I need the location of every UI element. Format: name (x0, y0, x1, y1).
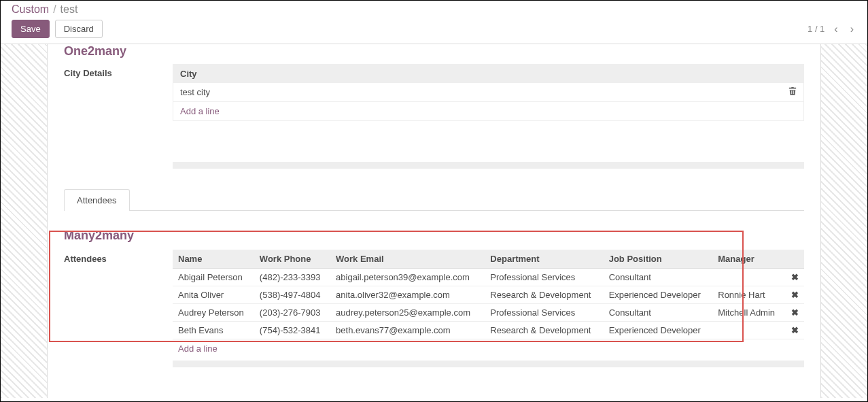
cell-dept: Professional Services (485, 269, 603, 286)
cell-job: Consultant (604, 269, 713, 286)
save-button[interactable]: Save (12, 20, 50, 38)
cell-mgr: Ronnie Hart (712, 286, 784, 304)
scrollbar[interactable] (173, 162, 804, 169)
cell-job: Experienced Developer (604, 286, 713, 304)
col-phone: Work Phone (254, 250, 330, 269)
cell-phone: (203)-276-7903 (254, 304, 330, 322)
cell-name: Beth Evans (173, 322, 254, 339)
table-row[interactable]: Abigail Peterson(482)-233-3393abigail.pe… (173, 269, 804, 286)
col-email: Work Email (330, 250, 485, 269)
close-icon[interactable]: ✖ (784, 322, 804, 339)
col-job: Job Position (604, 250, 713, 269)
cell-phone: (538)-497-4804 (254, 286, 330, 304)
table-row[interactable]: test city (173, 83, 803, 102)
close-icon[interactable]: ✖ (784, 269, 804, 286)
cell-dept: Research & Development (485, 286, 603, 304)
table-row[interactable]: Audrey Peterson(203)-276-7903audrey.pete… (173, 304, 804, 322)
discard-button[interactable]: Discard (55, 20, 103, 38)
city-column-header: City (173, 65, 803, 83)
col-name: Name (173, 250, 254, 269)
cell-phone: (482)-233-3393 (254, 269, 330, 286)
scrollbar[interactable] (173, 361, 804, 367)
cell-job: Consultant (604, 304, 713, 322)
cell-dept: Research & Development (485, 322, 603, 339)
breadcrumb: Custom / test (12, 3, 856, 16)
cell-email: abigail.peterson39@example.com (330, 269, 485, 286)
pager-text: 1 / 1 (808, 24, 824, 34)
close-icon[interactable]: ✖ (784, 304, 804, 322)
cell-dept: Professional Services (485, 304, 603, 322)
breadcrumb-current: test (60, 3, 78, 16)
city-details-label: City Details (64, 64, 173, 169)
breadcrumb-sep: / (53, 3, 56, 16)
add-line-link[interactable]: Add a line (173, 339, 804, 358)
cell-email: beth.evans77@example.com (330, 322, 485, 339)
cell-mgr: Mitchell Admin (712, 304, 784, 322)
col-mgr: Manager (712, 250, 784, 269)
attendees-label: Attendees (64, 250, 173, 367)
stripe-left (1, 44, 47, 398)
city-cell: test city (180, 87, 788, 97)
breadcrumb-module[interactable]: Custom (12, 3, 49, 16)
one2many-title: One2many (64, 44, 804, 58)
close-icon[interactable]: ✖ (784, 286, 804, 304)
add-line-link[interactable]: Add a line (173, 102, 803, 120)
cell-phone: (754)-532-3841 (254, 322, 330, 339)
col-dept: Department (485, 250, 603, 269)
cell-name: Anita Oliver (173, 286, 254, 304)
cell-name: Abigail Peterson (173, 269, 254, 286)
cell-email: anita.oliver32@example.com (330, 286, 485, 304)
many2many-title: Many2many (64, 229, 804, 243)
cell-mgr (712, 269, 784, 286)
pager-prev-icon[interactable]: ‹ (831, 23, 840, 35)
trash-icon[interactable] (788, 86, 797, 98)
pager-next-icon[interactable]: › (848, 23, 856, 35)
tab-attendees[interactable]: Attendees (64, 189, 130, 211)
cell-email: audrey.peterson25@example.com (330, 304, 485, 322)
cell-job: Experienced Developer (604, 322, 713, 339)
cell-name: Audrey Peterson (173, 304, 254, 322)
table-row[interactable]: Anita Oliver(538)-497-4804anita.oliver32… (173, 286, 804, 304)
table-row[interactable]: Beth Evans(754)-532-3841beth.evans77@exa… (173, 322, 804, 339)
cell-mgr (712, 322, 784, 339)
stripe-right (821, 44, 867, 398)
